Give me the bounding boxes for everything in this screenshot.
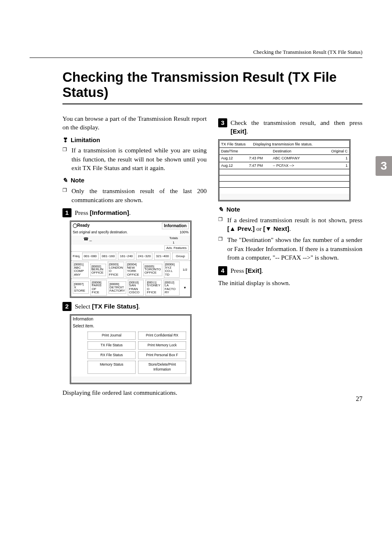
note1-text: Only the transmission result of the last… bbox=[71, 187, 207, 204]
square-bullet-icon: ❐ bbox=[218, 235, 224, 262]
title-rule bbox=[62, 104, 362, 104]
figure-information-menu: Information Select item. Print JournalPr… bbox=[70, 314, 191, 384]
prev-button-label: [▲ Prev.] bbox=[227, 225, 255, 232]
fig2-menu-button: Store/Delete/Print Information bbox=[138, 361, 186, 373]
fig1-ready: Ready bbox=[77, 223, 90, 228]
fig1-range: Group bbox=[172, 253, 189, 260]
fig1-dest-cell: [00002]BERLINOFFICE bbox=[90, 264, 106, 276]
fig2-menu-button: TX File Status bbox=[88, 341, 136, 350]
fig1-range: 001~080 bbox=[82, 253, 99, 260]
information-button-label: [Information] bbox=[90, 209, 129, 216]
square-bullet-icon: ❐ bbox=[62, 187, 68, 204]
fig3-data-row: Aug.127:43 PMABC COMPANY1 bbox=[219, 155, 349, 162]
limitation-heading: ❣ Limitation bbox=[62, 136, 207, 145]
step-number-4: 4 bbox=[218, 266, 227, 275]
limitation-text: If a transmission is completed while you… bbox=[71, 146, 207, 172]
square-bullet-icon: ❐ bbox=[62, 146, 68, 172]
figure-ready-screen: ◯Ready Information Set original and spec… bbox=[70, 221, 191, 298]
fig1-totals-label: Totals bbox=[169, 236, 178, 240]
fig1-dest-cell: [00003]LONDON OFFICE bbox=[108, 262, 124, 278]
intro-paragraph: You can browse a part of the Transmissio… bbox=[62, 114, 207, 132]
fig3-data-row: Aug.127:47 PM-- PCFAX -->1 bbox=[219, 162, 349, 169]
fig3-head-orig: Original C bbox=[328, 148, 349, 154]
step3-text-b: . bbox=[247, 128, 248, 135]
left-column: You can browse a part of the Transmissio… bbox=[62, 114, 207, 401]
step-number-1: 1 bbox=[62, 208, 71, 217]
header-rule bbox=[30, 58, 362, 58]
note-heading-1: ✎ Note bbox=[62, 176, 207, 185]
fig2-title2: Select item. bbox=[71, 322, 190, 330]
step-number-2: 2 bbox=[62, 302, 71, 311]
fig1-dest-cell: [00001]ABC COMPANY bbox=[73, 262, 89, 278]
fig3-head-date: Date/Time bbox=[219, 148, 247, 154]
step2-pre: Select bbox=[75, 303, 92, 310]
exit-button-label-2: [Exit] bbox=[246, 267, 262, 274]
exit-button-label: [Exit] bbox=[231, 128, 247, 135]
fig2-title1: Information bbox=[71, 315, 190, 323]
fig1-dest-cell: [00008]PARIS OFFICE bbox=[90, 280, 106, 296]
fig1-freq: Freq. bbox=[73, 254, 81, 258]
tx-file-status-button-label: [TX File Status] bbox=[92, 303, 138, 310]
fig1-dest-cell: [00010]SAN FRANCISCO bbox=[128, 280, 144, 296]
right-column: 3 Check the transmission result, and the… bbox=[218, 114, 362, 401]
fig1-dest-cell: [00011]SYDNEY OFFICE bbox=[145, 280, 161, 296]
after-step2-text: Displaying file ordered last communicati… bbox=[62, 388, 207, 397]
fig1-info-btn: Information bbox=[162, 223, 189, 229]
fig2-menu-button: Print Personal Box F bbox=[138, 351, 186, 359]
after-step4-text: The initial display is shown. bbox=[218, 279, 362, 287]
fig1-dest-cell: [00004]NEW YORKOFFICE bbox=[126, 262, 142, 278]
fig1-range: 321~400 bbox=[154, 253, 171, 260]
step2-post: . bbox=[138, 303, 140, 310]
next-button-label: [▼ Next] bbox=[263, 225, 289, 232]
pencil-icon: ✎ bbox=[218, 205, 224, 214]
fig2-menu-button: Print Confidential RX bbox=[138, 332, 186, 340]
fig1-adv-features: Adv. Features bbox=[164, 245, 189, 251]
step1-pre: Press bbox=[75, 209, 90, 216]
lightbulb-icon: ❣ bbox=[62, 136, 68, 145]
note2-item2: The "Destination" shows the fax number o… bbox=[227, 235, 362, 262]
fig3-head-dest: Destination bbox=[271, 148, 328, 154]
step-4: 4 Press [Exit]. bbox=[218, 266, 362, 275]
fig1-dest-cell: [00009]DETROITFACTORY bbox=[108, 281, 127, 294]
step-3: 3 Check the transmission result, and the… bbox=[218, 118, 362, 136]
step-2: 2 Select [TX File Status]. bbox=[62, 302, 207, 311]
step3-text-a: Check the transmission result, and then … bbox=[231, 119, 362, 126]
limitation-label: Limitation bbox=[71, 136, 100, 145]
fig1-range: 161~240 bbox=[118, 253, 134, 260]
chapter-side-tab: 3 bbox=[376, 156, 392, 176]
fig2-menu-button: Print Memory Lock bbox=[138, 341, 186, 350]
figure-tx-file-status: TX File Status Displaying transmission f… bbox=[218, 139, 350, 201]
fig1-pct: 100% bbox=[180, 230, 189, 235]
step-number-3: 3 bbox=[218, 118, 227, 127]
fig3-title-right: Displaying transmission file status. bbox=[253, 141, 313, 147]
fig1-range: 081~160 bbox=[100, 253, 117, 260]
page-title: Checking the Transmission Result (TX Fil… bbox=[62, 70, 362, 100]
fig1-totals-value: 1 bbox=[169, 240, 178, 245]
note2-item1: If a desired transmission result is not … bbox=[227, 216, 362, 233]
fig2-menu-button: Print Journal bbox=[88, 332, 136, 340]
fig1-dest-cell: [00012]LA FACTORY bbox=[164, 280, 180, 296]
fig1-dest-cell: [00007]X STORE bbox=[73, 281, 89, 294]
step-1: 1 Press [Information]. bbox=[62, 208, 207, 217]
step4-pre: Press bbox=[231, 267, 246, 274]
step1-post: . bbox=[129, 209, 131, 216]
note-heading-2: ✎ Note bbox=[218, 205, 362, 214]
square-bullet-icon: ❐ bbox=[218, 216, 224, 233]
note-label-2: Note bbox=[226, 205, 240, 214]
note-label-1: Note bbox=[71, 176, 84, 185]
fig1-set-original: Set original and specify destination. bbox=[73, 230, 128, 235]
pencil-icon: ✎ bbox=[62, 176, 68, 185]
fig1-dest-cell: [00005]TORONTOOFFICE bbox=[143, 264, 162, 276]
running-header: Checking the Transmission Result (TX Fil… bbox=[253, 48, 362, 56]
step4-post: . bbox=[261, 267, 263, 274]
fig1-dest-cell: [00006]XYZ CO.LTD bbox=[164, 262, 180, 278]
fig1-range: 241~320 bbox=[136, 253, 152, 260]
page-number: 27 bbox=[356, 394, 362, 403]
fig3-title-left: TX File Status bbox=[221, 141, 246, 147]
fig2-menu-button: RX File Status bbox=[88, 351, 136, 359]
fig2-menu-button: Memory Status bbox=[88, 361, 136, 373]
